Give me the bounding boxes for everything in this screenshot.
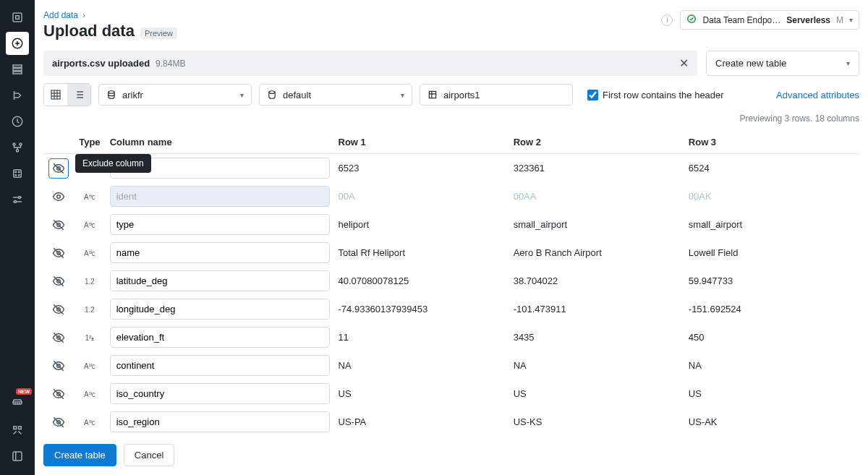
row2-value: 00AA: [509, 182, 684, 210]
table-name-input[interactable]: airports1: [420, 84, 573, 106]
file-name: airports.csv uploaded: [52, 58, 150, 69]
th-type: Type: [74, 131, 106, 154]
sidebar-compute[interactable]: [6, 162, 29, 185]
column-name-input[interactable]: [110, 186, 330, 207]
svg-point-14: [19, 197, 21, 199]
svg-rect-16: [14, 427, 17, 429]
exclude-toggle[interactable]: [48, 271, 69, 291]
table-icon: [427, 90, 438, 100]
sidebar-workflows[interactable]: [6, 84, 29, 107]
sidebar-marketplace[interactable]: NEW: [6, 393, 29, 416]
svg-rect-4: [13, 72, 22, 74]
svg-point-12: [15, 175, 17, 176]
th-row2: Row 2: [509, 131, 684, 154]
database-icon: [106, 90, 116, 100]
schema-dropdown[interactable]: default ▾: [259, 84, 412, 106]
row1-value: 00A: [334, 182, 509, 210]
row2-value: US-KS: [509, 408, 684, 436]
svg-rect-3: [13, 69, 22, 71]
svg-point-6: [13, 143, 15, 145]
column-name-input[interactable]: [110, 214, 330, 235]
exclude-toggle[interactable]: [48, 158, 69, 179]
exclude-toggle[interactable]: [48, 412, 69, 432]
row3-value: 59.947733: [684, 267, 859, 295]
schema-value: default: [283, 90, 311, 100]
status-dot-icon: [686, 14, 697, 26]
column-name-input[interactable]: [110, 355, 330, 376]
chevron-down-icon: ▾: [849, 16, 853, 24]
sidebar-catalog[interactable]: [6, 58, 29, 81]
svg-point-8: [17, 150, 19, 152]
row3-value: -151.692524: [684, 295, 859, 323]
svg-point-25: [57, 194, 61, 198]
page-title: Upload data: [43, 22, 135, 40]
row2-value: 3435: [509, 323, 684, 351]
sidebar-logo[interactable]: [6, 6, 29, 29]
exclude-toggle[interactable]: [48, 187, 69, 207]
row3-value: 6524: [684, 154, 859, 183]
endpoint-mode: Serverless: [786, 15, 830, 25]
column-name-input[interactable]: [110, 327, 330, 348]
sidebar-settings[interactable]: [6, 188, 29, 211]
row1-value: US-PA: [334, 408, 509, 436]
uploaded-file-chip: airports.csv uploaded 9.84MB ✕: [43, 51, 697, 76]
exclude-toggle[interactable]: [48, 243, 69, 263]
row2-value: 38.704022: [509, 267, 684, 295]
row2-value: Aero B Ranch Airport: [509, 239, 684, 267]
endpoint-size: M: [836, 15, 843, 25]
create-table-label: Create new table: [715, 58, 786, 69]
row3-value: US-AK: [684, 408, 859, 436]
exclude-toggle[interactable]: [48, 328, 69, 348]
row1-value: heliport: [334, 210, 509, 239]
type-icon: Aᴮc: [82, 193, 97, 201]
svg-point-11: [19, 171, 20, 173]
breadcrumb[interactable]: Add data ›: [43, 10, 177, 20]
th-name: Column name: [106, 131, 334, 154]
sidebar-expand[interactable]: [6, 419, 29, 442]
header-row-checkbox[interactable]: [587, 90, 598, 100]
row2-value: Leoti: [509, 436, 684, 437]
exclude-toggle[interactable]: [48, 215, 69, 235]
svg-rect-18: [13, 452, 22, 461]
chevron-down-icon: ▾: [401, 91, 404, 99]
type-icon: 1²₃: [82, 334, 97, 342]
chevron-down-icon: ▾: [846, 59, 850, 67]
view-grid-button[interactable]: [44, 84, 67, 106]
row1-value: 6523: [334, 154, 509, 183]
row1-value: 11: [334, 323, 509, 351]
row2-value: -101.473911: [509, 295, 684, 323]
svg-point-21: [109, 91, 114, 94]
sidebar-panel[interactable]: [6, 445, 29, 468]
column-name-input[interactable]: [110, 383, 330, 404]
row1-value: -74.93360137939453: [334, 295, 509, 323]
breadcrumb-parent[interactable]: Add data: [43, 10, 78, 20]
header-row-label: First row contains the header: [603, 90, 724, 100]
info-icon[interactable]: i: [661, 14, 673, 26]
remove-file-icon[interactable]: ✕: [679, 56, 689, 70]
th-row3: Row 3: [684, 131, 859, 154]
sidebar-lineage[interactable]: [6, 136, 29, 159]
sidebar-add[interactable]: [6, 32, 29, 55]
column-name-input[interactable]: [110, 270, 330, 291]
th-row1: Row 1: [334, 131, 509, 154]
endpoint-selector[interactable]: Data Team Endpo… Serverless M ▾: [680, 10, 859, 30]
row1-value: Total Rf Heliport: [334, 239, 509, 267]
advanced-attributes-link[interactable]: Advanced attributes: [776, 90, 859, 100]
catalog-dropdown[interactable]: arikfr ▾: [98, 84, 252, 106]
column-name-input[interactable]: [110, 299, 330, 320]
cancel-button[interactable]: Cancel: [124, 444, 174, 466]
create-table-dropdown[interactable]: Create new table ▾: [706, 51, 859, 76]
view-list-button[interactable]: [67, 84, 90, 106]
svg-rect-0: [13, 13, 22, 22]
column-name-input[interactable]: [110, 242, 330, 263]
create-table-button[interactable]: Create table: [43, 444, 116, 466]
column-name-input[interactable]: [110, 411, 330, 432]
row3-value: small_airport: [684, 210, 859, 239]
svg-point-15: [14, 201, 17, 203]
exclude-toggle[interactable]: [48, 299, 69, 320]
exclude-toggle[interactable]: [48, 384, 69, 404]
svg-point-10: [15, 171, 17, 173]
exclude-toggle[interactable]: [48, 356, 69, 376]
row1-value: Bensalem: [334, 436, 509, 437]
sidebar-history[interactable]: [6, 110, 29, 133]
